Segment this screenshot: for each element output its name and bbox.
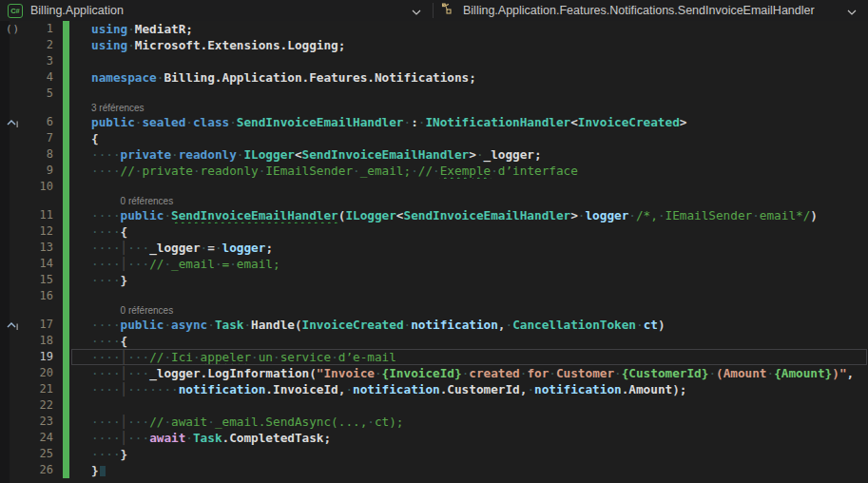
glyph-margin[interactable]: [0, 195, 29, 207]
chevron-down-icon[interactable]: [847, 2, 857, 19]
symbol-dropdown[interactable]: Billing.Application.Features.Notificatio…: [434, 0, 868, 21]
chevron-down-icon[interactable]: [412, 2, 421, 19]
code-text[interactable]: ····}: [69, 446, 868, 462]
glyph-margin[interactable]: [0, 272, 29, 288]
glyph-margin[interactable]: [0, 86, 29, 102]
glyph-margin[interactable]: [0, 349, 29, 365]
inheritance-icon[interactable]: [6, 319, 20, 331]
gutter-gap: [53, 207, 63, 223]
line-number: 17: [29, 317, 53, 333]
gutter-gap: [53, 349, 63, 365]
gutter-gap: [53, 446, 63, 462]
glyph-margin[interactable]: [0, 130, 29, 146]
glyph-margin[interactable]: [0, 146, 29, 163]
glyph-margin[interactable]: [0, 207, 29, 223]
change-tracking-bar: [63, 462, 69, 478]
glyph-margin[interactable]: [0, 317, 29, 333]
codelens-text[interactable]: 3 références: [69, 102, 868, 114]
line-number: 6: [29, 114, 53, 130]
code-text[interactable]: ····{: [69, 223, 868, 240]
code-text[interactable]: ····│···_logger·=·logger;: [69, 240, 868, 256]
line-number: 16: [29, 288, 53, 304]
glyph-margin[interactable]: [0, 256, 29, 272]
glyph-margin[interactable]: [0, 69, 29, 86]
code-text[interactable]: ····private·readonly·ILogger<SendInvoice…: [69, 146, 868, 163]
glyph-margin[interactable]: [0, 179, 29, 195]
codelens-text[interactable]: 0 références: [69, 195, 868, 207]
code-text[interactable]: ····{: [69, 333, 868, 349]
change-tracking-bar: [63, 397, 69, 414]
glyph-margin[interactable]: [0, 37, 29, 53]
code-text[interactable]: }: [69, 462, 868, 478]
change-tracking-bar: [63, 446, 69, 462]
glyph-margin[interactable]: [0, 462, 29, 478]
gutter-gap: [53, 240, 63, 256]
glyph-margin[interactable]: [0, 365, 29, 381]
code-text[interactable]: ····│···//·await·_email.SendAsync(...,·c…: [69, 414, 868, 430]
code-text[interactable]: namespace·Billing.Application.Features.N…: [69, 69, 868, 86]
code-text[interactable]: [69, 179, 868, 195]
code-line: 24····│···await·Task.CompletedTask;: [0, 430, 868, 446]
change-tracking-bar: [63, 304, 69, 317]
code-line: 8····private·readonly·ILogger<SendInvoic…: [0, 146, 868, 163]
glyph-margin[interactable]: [0, 114, 29, 130]
code-text[interactable]: [69, 86, 868, 102]
code-text[interactable]: ····//·private·readonly·IEmailSender·_em…: [69, 163, 868, 179]
codelens-references[interactable]: 0 références: [121, 195, 174, 207]
code-text[interactable]: [69, 288, 868, 304]
change-tracking-bar: [63, 195, 69, 207]
glyph-margin[interactable]: (): [0, 21, 29, 37]
code-text[interactable]: ····}: [69, 272, 868, 288]
glyph-margin[interactable]: [0, 333, 29, 349]
code-text[interactable]: {: [69, 130, 868, 146]
glyph-margin[interactable]: [0, 397, 29, 414]
code-text[interactable]: ····│···await·Task.CompletedTask;: [69, 430, 868, 446]
gutter-gap: [53, 69, 63, 86]
code-text[interactable]: ····│···_logger.LogInformation("Invoice·…: [69, 365, 868, 381]
code-text[interactable]: [69, 53, 868, 69]
glyph-margin[interactable]: [0, 430, 29, 446]
glyph-margin[interactable]: [0, 414, 29, 430]
codelens-references[interactable]: 0 références: [121, 304, 174, 317]
code-line: 2using·Microsoft.Extensions.Logging;: [0, 37, 868, 53]
change-tracking-bar: [63, 223, 69, 240]
codelens-row: 3 références: [0, 102, 868, 114]
code-line: 22: [0, 397, 868, 414]
code-text[interactable]: ····│·······notification.InvoiceId,·noti…: [69, 381, 868, 397]
inheritance-icon[interactable]: [6, 117, 20, 128]
change-tracking-bar: [63, 130, 69, 146]
change-tracking-bar: [63, 21, 69, 37]
codelens-text[interactable]: 0 références: [69, 304, 868, 317]
glyph-margin[interactable]: [0, 163, 29, 179]
code-text[interactable]: using·Microsoft.Extensions.Logging;: [69, 37, 868, 53]
glyph-margin[interactable]: [0, 240, 29, 256]
line-number: 21: [29, 381, 53, 397]
code-text[interactable]: ····public·SendInvoiceEmailHandler(ILogg…: [69, 207, 868, 223]
parentheses-icon[interactable]: (): [6, 23, 20, 35]
glyph-margin[interactable]: [0, 288, 29, 304]
code-text[interactable]: ····public·async·Task·Handle(InvoiceCrea…: [69, 317, 868, 333]
change-tracking-bar: [63, 317, 69, 333]
code-text[interactable]: ····│···//·Ici·appeler·un·service·d’e-ma…: [69, 349, 868, 365]
line-number: 14: [29, 256, 53, 272]
code-text[interactable]: using·MediatR;: [69, 21, 868, 37]
line-number: [29, 102, 53, 114]
glyph-margin[interactable]: [0, 381, 29, 397]
glyph-margin[interactable]: [0, 102, 29, 114]
change-tracking-bar: [63, 381, 69, 397]
line-number: 8: [29, 146, 53, 163]
glyph-margin[interactable]: [0, 304, 29, 317]
glyph-margin[interactable]: [0, 223, 29, 240]
code-text[interactable]: public·sealed·class·SendInvoiceEmailHand…: [69, 114, 868, 130]
glyph-margin[interactable]: [0, 446, 29, 462]
change-tracking-bar: [63, 179, 69, 195]
glyph-margin[interactable]: [0, 53, 29, 69]
codelens-references[interactable]: 3 références: [91, 102, 145, 114]
change-tracking-bar: [63, 240, 69, 256]
code-editor-window: C# Billing.Application Billing.Applicati…: [0, 0, 868, 483]
code-text[interactable]: [69, 397, 868, 414]
project-dropdown[interactable]: C# Billing.Application: [0, 0, 433, 21]
code-text[interactable]: ····│···//·_email·=·email;: [69, 256, 868, 272]
code-editor-surface[interactable]: ()1using·MediatR;2using·Microsoft.Extens…: [0, 21, 868, 483]
gutter-gap: [53, 288, 63, 304]
